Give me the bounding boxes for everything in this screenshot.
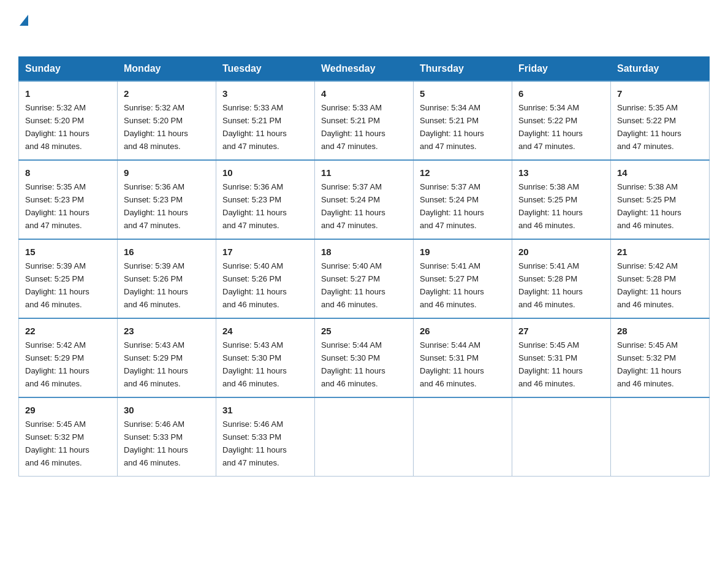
calendar-cell: 5Sunrise: 5:34 AMSunset: 5:21 PMDaylight…: [414, 81, 512, 160]
day-info: Sunrise: 5:45 AMSunset: 5:31 PMDaylight:…: [518, 340, 583, 388]
header-thursday: Thursday: [414, 57, 512, 82]
day-info: Sunrise: 5:44 AMSunset: 5:30 PMDaylight:…: [321, 340, 385, 388]
day-number: 8: [25, 166, 111, 180]
day-info: Sunrise: 5:45 AMSunset: 5:32 PMDaylight:…: [617, 340, 681, 388]
day-number: 13: [518, 166, 604, 180]
day-info: Sunrise: 5:43 AMSunset: 5:29 PMDaylight:…: [124, 340, 188, 388]
day-number: 11: [321, 166, 407, 180]
day-number: 27: [518, 324, 604, 338]
day-info: Sunrise: 5:40 AMSunset: 5:27 PMDaylight:…: [321, 261, 385, 309]
calendar-cell: 21Sunrise: 5:42 AMSunset: 5:28 PMDayligh…: [611, 239, 710, 318]
day-info: Sunrise: 5:46 AMSunset: 5:33 PMDaylight:…: [124, 419, 188, 467]
calendar-cell: [512, 397, 611, 476]
day-number: 14: [617, 166, 703, 180]
header-sunday: Sunday: [19, 57, 118, 82]
calendar-cell: 1Sunrise: 5:32 AMSunset: 5:20 PMDaylight…: [19, 81, 118, 160]
calendar-cell: 25Sunrise: 5:44 AMSunset: 5:30 PMDayligh…: [315, 318, 414, 397]
calendar-cell: 27Sunrise: 5:45 AMSunset: 5:31 PMDayligh…: [512, 318, 611, 397]
calendar-cell: 31Sunrise: 5:46 AMSunset: 5:33 PMDayligh…: [216, 397, 315, 476]
day-info: Sunrise: 5:32 AMSunset: 5:20 PMDaylight:…: [124, 103, 188, 151]
calendar-cell: 22Sunrise: 5:42 AMSunset: 5:29 PMDayligh…: [19, 318, 118, 397]
calendar-header-row: SundayMondayTuesdayWednesdayThursdayFrid…: [19, 57, 710, 82]
day-info: Sunrise: 5:42 AMSunset: 5:29 PMDaylight:…: [25, 340, 89, 388]
calendar-cell: 11Sunrise: 5:37 AMSunset: 5:24 PMDayligh…: [315, 160, 414, 239]
day-info: Sunrise: 5:45 AMSunset: 5:32 PMDaylight:…: [25, 419, 89, 467]
day-number: 20: [518, 245, 604, 259]
day-number: 24: [222, 324, 308, 338]
page-header: [18, 12, 710, 45]
calendar-week-row: 1Sunrise: 5:32 AMSunset: 5:20 PMDaylight…: [19, 81, 710, 160]
calendar-cell: 28Sunrise: 5:45 AMSunset: 5:32 PMDayligh…: [611, 318, 710, 397]
day-info: Sunrise: 5:46 AMSunset: 5:33 PMDaylight:…: [222, 419, 287, 467]
calendar-week-row: 22Sunrise: 5:42 AMSunset: 5:29 PMDayligh…: [19, 318, 710, 397]
day-info: Sunrise: 5:41 AMSunset: 5:27 PMDaylight:…: [420, 261, 484, 309]
calendar-cell: 16Sunrise: 5:39 AMSunset: 5:26 PMDayligh…: [118, 239, 216, 318]
day-number: 28: [617, 324, 703, 338]
header-saturday: Saturday: [611, 57, 710, 82]
calendar-cell: 4Sunrise: 5:33 AMSunset: 5:21 PMDaylight…: [315, 81, 414, 160]
day-info: Sunrise: 5:38 AMSunset: 5:25 PMDaylight:…: [518, 182, 583, 230]
header-friday: Friday: [512, 57, 611, 82]
day-number: 25: [321, 324, 407, 338]
calendar-cell: 6Sunrise: 5:34 AMSunset: 5:22 PMDaylight…: [512, 81, 611, 160]
logo-arrow-icon: [20, 15, 28, 26]
day-number: 22: [25, 324, 111, 338]
calendar-cell: 9Sunrise: 5:36 AMSunset: 5:23 PMDaylight…: [118, 160, 216, 239]
day-number: 18: [321, 245, 407, 259]
calendar-cell: 18Sunrise: 5:40 AMSunset: 5:27 PMDayligh…: [315, 239, 414, 318]
calendar-cell: 8Sunrise: 5:35 AMSunset: 5:23 PMDaylight…: [19, 160, 118, 239]
calendar-cell: 20Sunrise: 5:41 AMSunset: 5:28 PMDayligh…: [512, 239, 611, 318]
day-info: Sunrise: 5:33 AMSunset: 5:21 PMDaylight:…: [321, 103, 385, 151]
day-info: Sunrise: 5:34 AMSunset: 5:21 PMDaylight:…: [420, 103, 484, 151]
logo: [18, 17, 28, 45]
calendar-cell: [414, 397, 512, 476]
day-info: Sunrise: 5:33 AMSunset: 5:21 PMDaylight:…: [222, 103, 287, 151]
header-wednesday: Wednesday: [315, 57, 414, 82]
day-number: 17: [222, 245, 308, 259]
day-info: Sunrise: 5:32 AMSunset: 5:20 PMDaylight:…: [25, 103, 89, 151]
calendar-cell: 26Sunrise: 5:44 AMSunset: 5:31 PMDayligh…: [414, 318, 512, 397]
day-number: 21: [617, 245, 703, 259]
day-number: 29: [25, 403, 111, 417]
day-info: Sunrise: 5:40 AMSunset: 5:26 PMDaylight:…: [222, 261, 287, 309]
calendar-cell: 3Sunrise: 5:33 AMSunset: 5:21 PMDaylight…: [216, 81, 315, 160]
calendar-cell: 7Sunrise: 5:35 AMSunset: 5:22 PMDaylight…: [611, 81, 710, 160]
calendar-cell: 23Sunrise: 5:43 AMSunset: 5:29 PMDayligh…: [118, 318, 216, 397]
day-info: Sunrise: 5:37 AMSunset: 5:24 PMDaylight:…: [321, 182, 385, 230]
calendar-cell: 2Sunrise: 5:32 AMSunset: 5:20 PMDaylight…: [118, 81, 216, 160]
calendar-cell: 13Sunrise: 5:38 AMSunset: 5:25 PMDayligh…: [512, 160, 611, 239]
calendar-cell: 29Sunrise: 5:45 AMSunset: 5:32 PMDayligh…: [19, 397, 118, 476]
day-info: Sunrise: 5:43 AMSunset: 5:30 PMDaylight:…: [222, 340, 287, 388]
day-info: Sunrise: 5:35 AMSunset: 5:22 PMDaylight:…: [617, 103, 681, 151]
calendar-cell: 14Sunrise: 5:38 AMSunset: 5:25 PMDayligh…: [611, 160, 710, 239]
day-info: Sunrise: 5:36 AMSunset: 5:23 PMDaylight:…: [222, 182, 287, 230]
day-number: 4: [321, 86, 407, 101]
day-number: 12: [420, 166, 506, 180]
day-info: Sunrise: 5:34 AMSunset: 5:22 PMDaylight:…: [518, 103, 583, 151]
calendar-week-row: 29Sunrise: 5:45 AMSunset: 5:32 PMDayligh…: [19, 397, 710, 476]
calendar-week-row: 15Sunrise: 5:39 AMSunset: 5:25 PMDayligh…: [19, 239, 710, 318]
day-info: Sunrise: 5:38 AMSunset: 5:25 PMDaylight:…: [617, 182, 681, 230]
calendar-week-row: 8Sunrise: 5:35 AMSunset: 5:23 PMDaylight…: [19, 160, 710, 239]
day-number: 26: [420, 324, 506, 338]
day-info: Sunrise: 5:35 AMSunset: 5:23 PMDaylight:…: [25, 182, 89, 230]
day-info: Sunrise: 5:44 AMSunset: 5:31 PMDaylight:…: [420, 340, 484, 388]
day-number: 30: [124, 403, 210, 417]
calendar-cell: 15Sunrise: 5:39 AMSunset: 5:25 PMDayligh…: [19, 239, 118, 318]
day-number: 6: [518, 86, 604, 101]
day-number: 1: [25, 86, 111, 101]
day-number: 2: [124, 86, 210, 101]
day-number: 15: [25, 245, 111, 259]
calendar-cell: 17Sunrise: 5:40 AMSunset: 5:26 PMDayligh…: [216, 239, 315, 318]
calendar-cell: 12Sunrise: 5:37 AMSunset: 5:24 PMDayligh…: [414, 160, 512, 239]
day-info: Sunrise: 5:39 AMSunset: 5:25 PMDaylight:…: [25, 261, 89, 309]
calendar-cell: 24Sunrise: 5:43 AMSunset: 5:30 PMDayligh…: [216, 318, 315, 397]
day-number: 5: [420, 86, 506, 101]
day-number: 23: [124, 324, 210, 338]
day-info: Sunrise: 5:36 AMSunset: 5:23 PMDaylight:…: [124, 182, 188, 230]
day-info: Sunrise: 5:39 AMSunset: 5:26 PMDaylight:…: [124, 261, 188, 309]
calendar-table: SundayMondayTuesdayWednesdayThursdayFrid…: [18, 56, 710, 477]
header-monday: Monday: [118, 57, 216, 82]
calendar-cell: [611, 397, 710, 476]
calendar-cell: 30Sunrise: 5:46 AMSunset: 5:33 PMDayligh…: [118, 397, 216, 476]
